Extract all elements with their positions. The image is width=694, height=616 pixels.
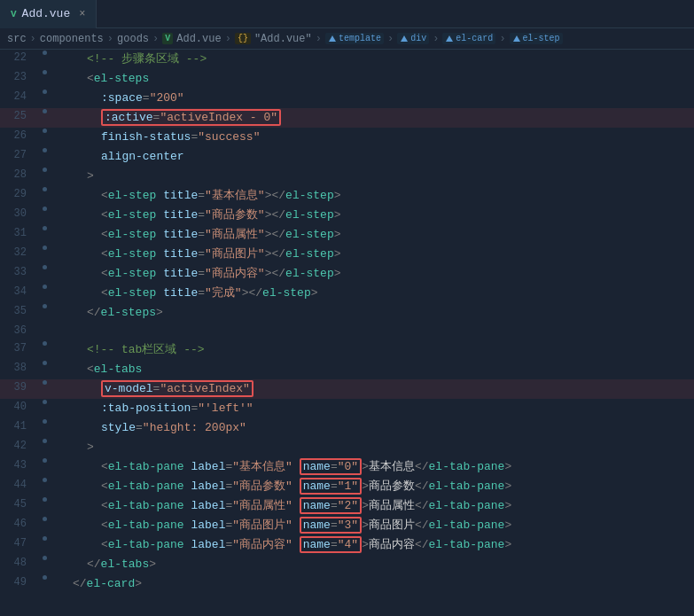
- line-29: 29 <el-step title="基本信息"></el-step>: [0, 186, 694, 206]
- breadcrumb-addvue: Add.vue: [176, 33, 221, 45]
- line-37: 37 <!-- tab栏区域 -->: [0, 340, 694, 360]
- close-tab-button[interactable]: ×: [79, 8, 85, 20]
- breadcrumb-components: components: [40, 33, 104, 45]
- vue-icon: V: [11, 9, 17, 19]
- breadcrumb-addvue-string: "Add.vue": [254, 33, 312, 45]
- svg-marker-0: [329, 35, 336, 42]
- line-33: 33 <el-step title="商品内容"></el-step>: [0, 264, 694, 284]
- svg-marker-2: [446, 35, 453, 42]
- line-28: 28 >: [0, 167, 694, 186]
- code-editor[interactable]: 22 <!-- 步骤条区域 --> 23 <el-steps 24 :space…: [0, 50, 694, 616]
- line-23: 23 <el-steps: [0, 69, 694, 89]
- breadcrumb-div-badge: div: [397, 33, 429, 44]
- breadcrumb: src › components › goods › V Add.vue › {…: [0, 28, 694, 50]
- line-39: 39 v-model="activeIndex": [0, 379, 694, 399]
- line-43: 43 <el-tab-pane label="基本信息" name="0">基本…: [0, 457, 694, 477]
- line-34: 34 <el-step title="完成"></el-step>: [0, 284, 694, 303]
- tab-filename: Add.vue: [22, 7, 71, 20]
- line-44: 44 <el-tab-pane label="商品参数" name="1">商品…: [0, 477, 694, 496]
- breadcrumb-elcard-badge: el-card: [442, 33, 495, 44]
- line-45: 45 <el-tab-pane label="商品属性" name="2">商品…: [0, 496, 694, 516]
- breadcrumb-vue-badge: V: [162, 33, 173, 44]
- tab-bar: V Add.vue ×: [0, 0, 694, 28]
- breadcrumb-goods: goods: [117, 33, 149, 45]
- line-30: 30 <el-step title="商品参数"></el-step>: [0, 206, 694, 225]
- line-49: 49 </el-card>: [0, 574, 694, 594]
- line-25: 25 :active="activeIndex - 0": [0, 108, 694, 128]
- line-26: 26 finish-status="success": [0, 128, 694, 147]
- line-24: 24 :space="200": [0, 89, 694, 108]
- line-32: 32 <el-step title="商品图片"></el-step>: [0, 245, 694, 264]
- line-40: 40 :tab-position="'left'": [0, 399, 694, 418]
- line-41: 41 style="height: 200px": [0, 418, 694, 438]
- line-46: 46 <el-tab-pane label="商品图片" name="3">商品…: [0, 516, 694, 535]
- line-22: 22 <!-- 步骤条区域 -->: [0, 50, 694, 69]
- line-35: 35 </el-steps>: [0, 303, 694, 323]
- breadcrumb-src: src: [7, 33, 27, 45]
- line-31: 31 <el-step title="商品属性"></el-step>: [0, 225, 694, 245]
- line-27: 27 align-center: [0, 147, 694, 167]
- breadcrumb-template-badge: template: [325, 33, 384, 44]
- svg-marker-3: [513, 35, 520, 42]
- line-38: 38 <el-tabs: [0, 360, 694, 379]
- breadcrumb-obj-badge: {}: [235, 33, 251, 44]
- line-48: 48 </el-tabs>: [0, 555, 694, 574]
- svg-marker-1: [401, 35, 408, 42]
- breadcrumb-elstep-badge: el-step: [510, 33, 563, 44]
- line-42: 42 >: [0, 438, 694, 457]
- line-47: 47 <el-tab-pane label="商品内容" name="4">商品…: [0, 535, 694, 555]
- line-36: 36: [0, 323, 694, 340]
- file-tab[interactable]: V Add.vue ×: [0, 0, 97, 28]
